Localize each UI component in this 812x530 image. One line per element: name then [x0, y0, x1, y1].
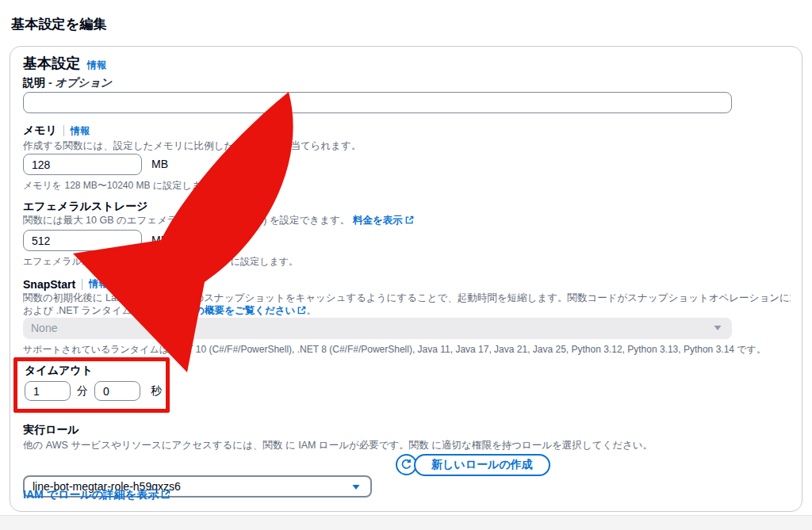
timeout-seconds-unit-label: 秒	[151, 384, 162, 398]
memory-help-text: メモリを 128 MB〜10240 MB に設定します。	[23, 179, 220, 193]
refresh-icon	[400, 459, 412, 471]
ephemeral-storage-input[interactable]	[23, 230, 142, 251]
snapstart-description-line1: 関数の初期化後に Lambda が実行環境のスナップショットをキャッシュするよう…	[23, 292, 791, 305]
timeout-label: タイムアウト	[25, 364, 166, 378]
snapstart-select[interactable]: None	[23, 318, 732, 339]
page-title: 基本設定を編集	[11, 15, 107, 33]
iam-role-details-link[interactable]: IAM でロールの詳細を表示	[23, 488, 170, 502]
memory-label: メモリ	[23, 124, 57, 138]
panel-title: 基本設定	[23, 54, 80, 73]
ephemeral-storage-description: 関数には最大 10 GB のエフェメラルストレージ (/tmp) を設定できます…	[23, 214, 414, 227]
execution-role-description: 他の AWS サービスやリソースにアクセスするには、関数 に IAM ロールが必…	[23, 439, 653, 452]
snapstart-label: SnapStart	[23, 278, 75, 291]
ephemeral-storage-label: エフェメラルストレージ	[23, 200, 147, 214]
snapstart-info-link[interactable]: 情報	[89, 277, 108, 291]
snapstart-help-text: サポートされているランタイムは .NET 10 (C#/F#/PowerShel…	[23, 343, 766, 357]
panel-info-link[interactable]: 情報	[87, 59, 106, 72]
pricing-link[interactable]: 料金を表示	[353, 215, 414, 226]
memory-description: 作成する関数には、設定したメモリに比例した CPU が割り当てられます。	[23, 139, 361, 153]
external-link-icon	[161, 490, 170, 499]
memory-info-link[interactable]: 情報	[71, 124, 90, 138]
ephemeral-storage-unit-label: MB	[151, 234, 168, 246]
timeout-minutes-unit-label: 分	[77, 384, 88, 398]
chevron-down-icon	[351, 483, 361, 491]
timeout-minutes-input[interactable]	[25, 381, 71, 401]
basic-settings-panel: 基本設定 情報 説明 - オプション メモリ 情報 作成する関数には、設定したメ…	[10, 46, 802, 512]
snapstart-description-line2: および .NET ランタイムの SnapStart の概要をご覧ください。	[23, 304, 316, 318]
create-role-button[interactable]: 新しいロールの作成	[414, 454, 550, 476]
label-divider	[82, 279, 82, 290]
execution-role-label: 実行ロール	[23, 423, 79, 437]
description-optional-suffix: - オプション	[45, 76, 112, 89]
label-divider	[63, 125, 64, 136]
ephemeral-storage-help-text: エフェメラルストレージを 512 MB〜10240 MB に設定します。	[23, 255, 298, 269]
memory-input[interactable]	[23, 154, 142, 175]
description-label: 説明 - オプション	[23, 76, 112, 90]
external-link-icon	[405, 215, 414, 224]
snapstart-doc-link[interactable]: SnapStart の概要をご覧ください	[145, 305, 307, 316]
page-footer-strip	[0, 515, 812, 530]
description-input[interactable]	[23, 92, 732, 113]
chevron-down-icon	[713, 324, 722, 332]
memory-unit-label: MB	[151, 158, 168, 170]
timeout-seconds-input[interactable]	[94, 381, 140, 401]
external-link-icon	[297, 306, 306, 315]
timeout-highlight-box: タイムアウト 分 秒	[13, 357, 170, 413]
